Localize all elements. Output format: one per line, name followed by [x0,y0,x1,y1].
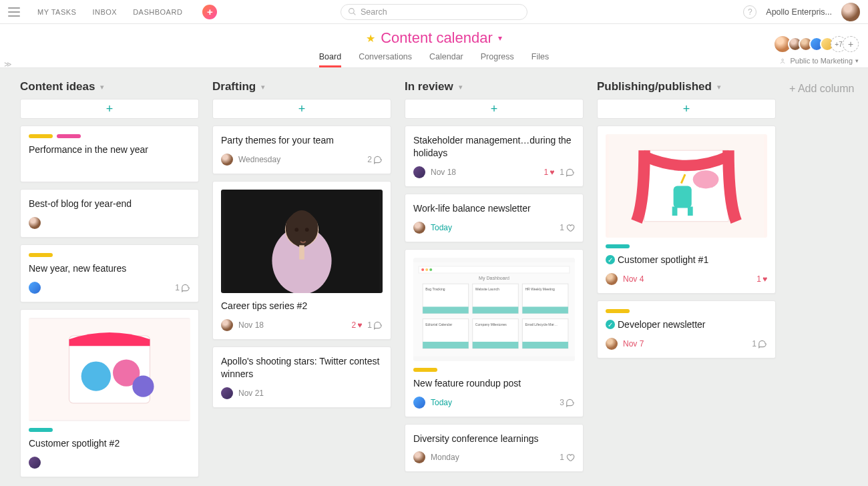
card-title: Customer spotlight #2 [29,437,190,450]
tag-pill [29,428,53,432]
add-card-button[interactable]: + [212,99,391,119]
tag-pill [413,368,437,372]
svg-text:Website Launch: Website Launch [475,287,499,291]
assignee-avatar [221,319,233,331]
due-date: Monday [431,453,459,462]
svg-rect-41 [672,207,678,216]
column-header[interactable]: Content ideas ▾ [20,80,199,93]
assignee-avatar [606,338,618,350]
add-card-button[interactable]: + [20,99,199,119]
column-in-review: In review ▾ + Stakeholder management…dur… [405,80,584,479]
like-count: 1 ♥ [756,274,767,284]
tab-calendar[interactable]: Calendar [429,52,463,67]
project-privacy[interactable]: Public to Marketing ▾ [780,57,859,65]
assignee-avatar [413,222,425,234]
svg-point-0 [349,9,355,14]
project-title[interactable]: Content calendar [381,29,493,47]
project-header: ≫ ★ Content calendar ▾ Board Conversatio… [0,24,868,68]
tab-conversations[interactable]: Conversations [359,52,412,67]
task-card[interactable]: Work-life balance newsletter Today 1 [405,194,584,242]
due-date: Nov 7 [623,339,644,348]
svg-point-7 [132,375,154,397]
help-button[interactable]: ? [743,5,756,19]
svg-text:HR Weekly Meeting: HR Weekly Meeting [525,287,555,291]
nav-dashboard[interactable]: DASHBOARD [133,8,182,16]
expand-sidebar-icon[interactable]: ≫ [4,60,12,69]
add-card-button[interactable]: + [597,99,776,119]
svg-rect-24 [473,306,519,313]
add-card-button[interactable]: + [405,99,584,119]
card-title: Best-of blog for year-end [29,198,190,210]
assignee-avatar [221,154,233,166]
assignee-avatar [29,217,41,229]
comment-count: 1 [367,320,383,330]
svg-point-5 [81,361,111,391]
user-avatar[interactable] [841,3,860,21]
comment-count: 1 [560,168,575,177]
card-title: Apollo's shooting stars: Twitter contest… [221,355,383,381]
workspace-switcher[interactable]: Apollo Enterpris... [766,7,832,17]
column-publishing: Publishing/published ▾ + ✓ [597,80,776,365]
card-image [221,190,383,293]
star-icon[interactable]: ★ [366,32,375,45]
chevron-down-icon: ▾ [855,57,859,64]
add-column-button[interactable]: + Add column [789,80,854,95]
card-title: Stakeholder management…during the holida… [413,134,575,160]
column-header[interactable]: In review ▾ [405,80,584,93]
task-card[interactable]: Customer spotlight #2 [20,309,199,477]
global-add-button[interactable]: + [202,5,217,19]
card-title: Diversity conference learnings [413,433,575,445]
search-icon [348,7,357,16]
comment-count: 2 [367,155,383,164]
due-date: Nov 4 [623,274,644,284]
card-title: Customer spotlight #1 [618,254,708,266]
task-card[interactable]: New year, new features 1 [20,244,199,302]
project-members: +7 + [773,35,859,53]
card-title: Work-life balance newsletter [413,202,575,215]
task-card[interactable]: Apollo's shooting stars: Twitter contest… [212,346,391,408]
task-card[interactable]: Performance in the new year [20,126,199,182]
assignee-avatar [221,387,233,399]
svg-text:Email Lifecycle Mar…: Email Lifecycle Mar… [525,322,558,326]
comment-count: 1 [175,283,190,292]
tab-progress[interactable]: Progress [481,52,514,67]
project-menu-caret[interactable]: ▾ [498,33,502,43]
add-member-button[interactable]: + [843,36,859,52]
tab-board[interactable]: Board [319,52,341,67]
task-card[interactable]: Party themes for your team Wednesday 2 [212,126,391,174]
task-card[interactable]: Career tips series #2 Nov 18 2 ♥ 1 [212,181,391,340]
menu-icon[interactable] [8,7,20,17]
card-title: New feature roundup post [413,377,575,390]
task-card[interactable]: ✓ Developer newsletter Nov 7 1 [597,300,776,358]
assignee-avatar [413,451,425,463]
nav-inbox[interactable]: INBOX [92,8,117,16]
svg-rect-15 [419,266,570,273]
column-title: Drafting [212,80,256,93]
assignee-avatar [29,457,41,469]
nav-my-tasks[interactable]: MY TASKS [37,8,76,16]
svg-rect-30 [423,342,469,348]
comment-count: 1 [752,339,767,348]
tag-pill [29,253,53,257]
due-date: Nov 18 [431,168,456,177]
task-card[interactable]: Diversity conference learnings Monday 1 [405,424,584,473]
svg-rect-40 [674,186,692,208]
task-card[interactable]: Best-of blog for year-end [20,189,199,238]
tab-files[interactable]: Files [531,52,549,67]
completed-check-icon: ✓ [606,255,615,264]
like-outline-count: 1 [560,453,575,462]
svg-point-16 [421,268,424,271]
column-header[interactable]: Publishing/published ▾ [597,80,776,93]
svg-text:Bug Tracking: Bug Tracking [425,287,445,291]
task-card[interactable]: My Dashboard Bug Tracking Website Launch… [405,249,584,417]
task-card[interactable]: Stakeholder management…during the holida… [405,126,584,187]
assignee-avatar [413,397,425,409]
svg-point-12 [305,228,309,232]
tag-pill [57,134,81,138]
due-date: Today [431,398,452,407]
task-card[interactable]: ✓ Customer spotlight #1 Nov 4 1 ♥ [597,126,776,294]
search-input[interactable]: Search [341,4,527,20]
column-drafting: Drafting ▾ + Party themes for your team … [212,80,391,415]
due-date: Today [431,223,452,232]
column-header[interactable]: Drafting ▾ [212,80,391,93]
